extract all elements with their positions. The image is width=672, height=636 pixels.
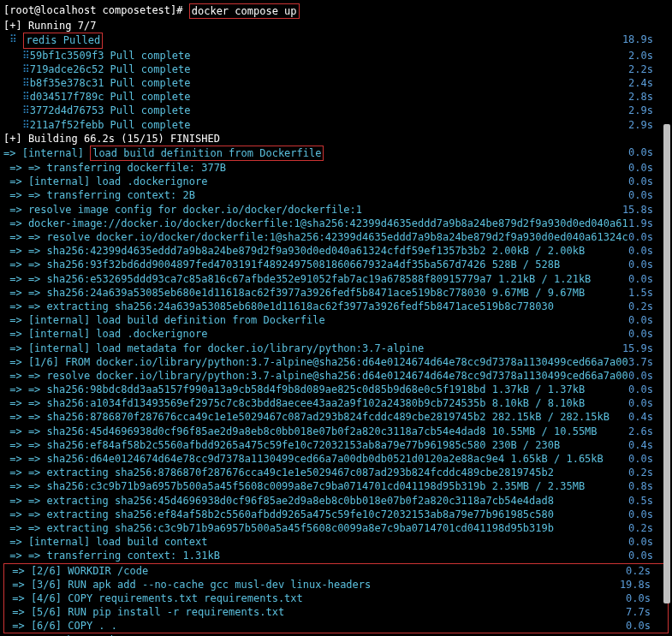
- build-step-line: => => sha256:8786870f287676cca49c1e1e502…: [3, 410, 669, 424]
- dockerfile-step-line: => [2/6] WORKDIR /code0.2s: [6, 564, 666, 578]
- build-step-line: => [internal] load .dockerignore0.0s: [3, 175, 669, 188]
- scrollbar[interactable]: [663, 124, 670, 603]
- load-build-highlight: load build definition from Dockerfile: [90, 146, 324, 161]
- dockerfile-steps-highlight: => [2/6] WORKDIR /code0.2s => [3/6] RUN …: [3, 563, 669, 634]
- dockerfile-step-line: => [6/6] COPY . .0.0s: [6, 619, 666, 633]
- redis-pulled-highlight: redis Pulled: [23, 33, 103, 48]
- time-value: 0.0s: [628, 146, 669, 161]
- build-step-line: => => extracting sha256:c3c9b71b9a6957b5…: [3, 521, 669, 535]
- running-header: [+] Running 7/7: [3, 19, 669, 33]
- build-step-line: => => sha256:a1034fd13493569ef2975c7c8c3…: [3, 396, 669, 410]
- command-highlight: docker compose up: [189, 3, 300, 19]
- build-step-line: => => sha256:93f32bd6dd9004897fed4703191…: [3, 258, 669, 271]
- terminal-output: [root@localhost composetest]# docker com…: [3, 3, 669, 636]
- build-step-line: => => extracting sha256:ef84af58b2c5560a…: [3, 508, 669, 521]
- build-step-line: => => sha256:d64e0124674d64e78cc9d7378a1…: [3, 452, 669, 466]
- build-step-line: => [internal] load build context0.0s: [3, 535, 669, 549]
- dockerfile-step-line: => [4/6] COPY requirements.txt requireme…: [6, 591, 666, 605]
- build-step-line: => => resolve docker.io/docker/dockerfil…: [3, 230, 669, 244]
- build-step-line: => [internal] load .dockerignore0.0s: [3, 327, 669, 341]
- pull-layer-line: ⠿ 719adce26c52 Pull complete2.2s: [3, 62, 669, 76]
- build-step-line: => => sha256:45d4696938d0cf96f85ae2d9a8e…: [3, 425, 669, 438]
- redis-pulled-line: ⠿ redis Pulled 18.9s: [3, 33, 669, 48]
- build-step-line: => => extracting sha256:8786870f287676cc…: [3, 466, 669, 479]
- build-step-line: => => transferring context: 2B0.0s: [3, 188, 669, 202]
- build-steps-list: => => transferring dockerfile: 377B0.0s …: [3, 161, 669, 562]
- build-step-line: => [internal] load build definition from…: [3, 313, 669, 327]
- build-step-line: => => transferring dockerfile: 377B0.0s: [3, 161, 669, 175]
- build-step-line: => [1/6] FROM docker.io/library/python:3…: [3, 355, 669, 369]
- pull-layer-line: ⠿ 211a7f52febb Pull complete2.9s: [3, 118, 669, 132]
- building-header: [+] Building 66.2s (15/15) FINISHED: [3, 132, 669, 146]
- build-step-line: => => sha256:98bdc8dd3aa5157f990a13a9cb5…: [3, 383, 669, 396]
- build-step-line: => => extracting sha256:45d4696938d0cf96…: [3, 494, 669, 508]
- dockerfile-step-line: => [5/6] RUN pip install -r requirements…: [6, 605, 666, 619]
- build-step-line: => => transferring context: 1.31kB0.0s: [3, 549, 669, 562]
- build-step-line: => resolve image config for docker.io/do…: [3, 203, 669, 217]
- pull-layer-line: ⠿ b8f35e378c31 Pull complete2.4s: [3, 76, 669, 90]
- pull-layer-line: ⠿ d034517f789c Pull complete2.8s: [3, 90, 669, 104]
- pull-layer-line: ⠿ 3772d4d76753 Pull complete2.9s: [3, 104, 669, 117]
- build-step-line: => => sha256:ef84af58b2c5560afbdd9265a47…: [3, 438, 669, 452]
- build-step-line: => => sha256:c3c9b71b9a6957b500a5a45f560…: [3, 479, 669, 493]
- build-step-line: => [internal] load metadata for docker.i…: [3, 342, 669, 355]
- prompt-line: [root@localhost composetest]# docker com…: [3, 3, 669, 19]
- pull-layers-list: ⠿ 59bf1c3509f3 Pull complete2.0s ⠿ 719ad…: [3, 49, 669, 132]
- build-step-line: => docker-image://docker.io/docker/docke…: [3, 217, 669, 230]
- time-value: 18.9s: [622, 33, 669, 48]
- load-build-def-line: => [internal] load build definition from…: [3, 146, 669, 161]
- build-step-line: => => extracting sha256:24a639a53085eb68…: [3, 300, 669, 313]
- build-step-line: => => sha256:24a639a53085eb680e1d11618ac…: [3, 286, 669, 300]
- build-step-line: => => sha256:e532695ddd93ca7c85a816c67af…: [3, 272, 669, 286]
- shell-prompt: [root@localhost composetest]#: [3, 3, 183, 19]
- build-step-line: => => resolve docker.io/library/python:3…: [3, 369, 669, 383]
- pull-layer-line: ⠿ 59bf1c3509f3 Pull complete2.0s: [3, 49, 669, 62]
- dockerfile-step-line: => [3/6] RUN apk add --no-cache gcc musl…: [6, 578, 666, 591]
- build-step-line: => => sha256:42399d4635eddd7a9b8a24be879…: [3, 244, 669, 258]
